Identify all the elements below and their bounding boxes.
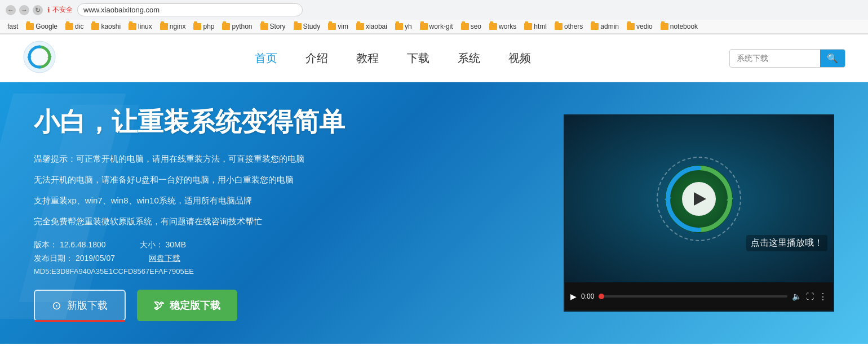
folder-icon: [524, 23, 532, 30]
video-logo-area: [654, 154, 744, 244]
size-value: 30MB: [166, 240, 187, 249]
size-label: 大小： 30MB: [140, 240, 186, 250]
folder-icon: [65, 23, 73, 30]
date-value: 2019/05/07: [76, 254, 115, 263]
bookmark-python[interactable]: python: [219, 21, 255, 32]
fullscreen-button[interactable]: ⛶: [806, 292, 814, 301]
hero-section: 小白，让重装系统变得简单 温馨提示：可正常开机的电脑，请用在线重装方法，可直接重…: [0, 82, 868, 344]
stable-version-button[interactable]: 🕊 稳定版下载: [137, 290, 237, 321]
folder-icon: [91, 23, 99, 30]
video-controls: ▶ 0:00 🔈 ⛶ ⋮: [565, 282, 833, 310]
hero-title: 小白，让重装系统变得简单: [34, 105, 541, 140]
insecure-indicator: ℹ 不安全: [47, 5, 73, 15]
bookmark-notebook[interactable]: notebook: [658, 21, 701, 32]
new-version-button[interactable]: ⊙ 新版下载: [34, 290, 126, 321]
bookmark-works[interactable]: works: [486, 21, 519, 32]
version-label: 版本： 12.6.48.1800: [34, 240, 106, 250]
dove-icon: 🕊: [154, 300, 164, 312]
hero-md5: MD5:E3D8FA940A35E1CCFD8567EFAF7905EE: [34, 267, 541, 276]
browser-top-bar: ← → ↻ ℹ 不安全: [0, 0, 868, 20]
browser-chrome: ← → ↻ ℹ 不安全 fastGoogledickaoshilinuxngin…: [0, 0, 868, 34]
bookmark-work-git[interactable]: work-git: [417, 21, 456, 32]
bookmark-dic[interactable]: dic: [63, 21, 86, 32]
hero-meta-row-1: 版本： 12.6.48.1800 大小： 30MB: [34, 240, 541, 250]
bookmark-xiaobai[interactable]: xiaobai: [353, 21, 390, 32]
hero-desc-3: 支持重装xp、win7、win8、win10系统，适用所有电脑品牌: [34, 193, 541, 208]
url-bar[interactable]: [77, 3, 303, 16]
nav-item-视频[interactable]: 视频: [508, 51, 531, 66]
insecure-icon: ℹ: [47, 6, 50, 14]
hero-desc-1: 温馨提示：可正常开机的电脑，请用在线重装方法，可直接重装您的电脑: [34, 151, 541, 166]
hero-meta-row-2: 发布日期： 2019/05/07 网盘下载: [34, 254, 541, 264]
hero-buttons: ⊙ 新版下载 🕊 稳定版下载: [34, 290, 541, 321]
search-input[interactable]: [730, 50, 820, 66]
folder-icon: [193, 23, 201, 30]
bookmark-fast[interactable]: fast: [5, 21, 21, 32]
bookmark-others[interactable]: others: [552, 21, 586, 32]
folder-icon: [222, 23, 230, 30]
nav-item-介绍[interactable]: 介绍: [305, 51, 328, 66]
bookmark-study[interactable]: Study: [291, 21, 324, 32]
back-button[interactable]: ←: [6, 5, 16, 15]
bookmark-nginx[interactable]: nginx: [157, 21, 189, 32]
bookmark-story[interactable]: Story: [258, 21, 289, 32]
folder-icon: [661, 23, 668, 30]
browser-controls: ← → ↻: [6, 5, 43, 15]
nav-item-首页[interactable]: 首页: [255, 51, 277, 66]
more-options-button[interactable]: ⋮: [818, 291, 827, 302]
main-nav: 首页介绍教程下载系统视频: [73, 51, 712, 66]
folder-icon: [294, 23, 302, 30]
version-value: 12.6.48.1800: [60, 240, 106, 249]
nav-item-下载[interactable]: 下载: [407, 51, 429, 66]
play-button[interactable]: ▶: [570, 292, 577, 301]
bookmark-vim[interactable]: vim: [325, 21, 351, 32]
search-box: 🔍: [729, 49, 845, 68]
folder-icon: [356, 23, 364, 30]
bookmark-yh[interactable]: yh: [392, 21, 415, 32]
folder-icon: [129, 23, 136, 30]
forward-button[interactable]: →: [19, 5, 29, 15]
video-time: 0:00: [581, 292, 594, 300]
nav-item-教程[interactable]: 教程: [356, 51, 379, 66]
bookmark-linux[interactable]: linux: [126, 21, 155, 32]
volume-button[interactable]: 🔈: [792, 292, 801, 301]
nav-item-系统[interactable]: 系统: [458, 51, 480, 66]
site-logo-container[interactable]: [23, 40, 56, 76]
video-play-button[interactable]: [682, 182, 716, 216]
folder-icon: [555, 23, 563, 30]
site-logo: [23, 40, 56, 74]
bookmark-vedio[interactable]: vedio: [624, 21, 656, 32]
folder-icon: [420, 23, 428, 30]
download-circle-icon: ⊙: [52, 299, 61, 312]
video-main-area[interactable]: 点击这里播放哦！: [565, 116, 833, 282]
video-caption: 点击这里播放哦！: [746, 235, 827, 251]
bookmark-admin[interactable]: admin: [588, 21, 622, 32]
video-progress-bar[interactable]: [599, 295, 787, 298]
folder-icon: [395, 23, 403, 30]
folder-icon: [627, 23, 635, 30]
hero-desc-4: 完全免费帮您重装微软原版系统，有问题请在线咨询技术帮忙: [34, 214, 541, 229]
hero-meta: 版本： 12.6.48.1800 大小： 30MB 发布日期： 2019/05/…: [34, 240, 541, 276]
folder-icon: [26, 23, 34, 30]
bookmark-php[interactable]: php: [191, 21, 217, 32]
folder-icon: [591, 23, 599, 30]
bookmark-seo[interactable]: seo: [458, 21, 484, 32]
progress-indicator: [599, 294, 604, 299]
cloud-download-link[interactable]: 网盘下载: [149, 254, 180, 264]
bookmark-html[interactable]: html: [521, 21, 550, 32]
bookmark-kaoshi[interactable]: kaoshi: [88, 21, 123, 32]
video-panel: 点击这里播放哦！ ▶ 0:00 🔈 ⛶ ⋮: [564, 114, 834, 312]
folder-icon: [461, 23, 469, 30]
bookmarks-bar: fastGoogledickaoshilinuxnginxphppythonSt…: [0, 20, 868, 34]
insecure-label: 不安全: [52, 5, 73, 15]
hero-content: 小白，让重装系统变得简单 温馨提示：可正常开机的电脑，请用在线重装方法，可直接重…: [34, 105, 541, 321]
folder-icon: [489, 23, 497, 30]
folder-icon: [160, 23, 168, 30]
search-button[interactable]: 🔍: [820, 50, 845, 67]
bookmark-google[interactable]: Google: [23, 21, 60, 32]
site-header: 首页介绍教程下载系统视频 🔍: [0, 34, 868, 82]
folder-icon: [328, 23, 336, 30]
date-label: 发布日期： 2019/05/07: [34, 254, 115, 264]
refresh-button[interactable]: ↻: [33, 5, 43, 15]
folder-icon: [260, 23, 268, 30]
